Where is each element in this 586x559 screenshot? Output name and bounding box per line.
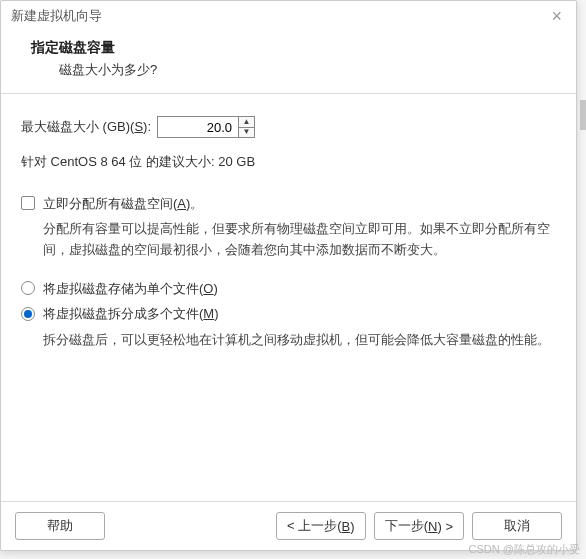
next-button[interactable]: 下一步(N) >	[374, 512, 464, 540]
background-edge	[580, 100, 586, 130]
window-title: 新建虚拟机向导	[11, 7, 102, 25]
store-single-label: 将虚拟磁盘存储为单个文件(O)	[43, 279, 218, 299]
store-split-label: 将虚拟磁盘拆分成多个文件(M)	[43, 304, 219, 324]
close-icon[interactable]: ×	[547, 7, 566, 25]
disk-size-row: 最大磁盘大小 (GB)(S): ▲ ▼	[21, 116, 556, 138]
disk-size-spinner[interactable]: ▲ ▼	[157, 116, 255, 138]
page-title: 指定磁盘容量	[31, 39, 546, 57]
recommended-size: 针对 CentOS 8 64 位 的建议大小: 20 GB	[21, 152, 556, 172]
disk-size-input[interactable]	[158, 117, 238, 137]
allocate-now-description: 分配所有容量可以提高性能，但要求所有物理磁盘空间立即可用。如果不立即分配所有空间…	[21, 219, 556, 261]
watermark-text: CSDN @陈总攻的小受	[469, 542, 580, 557]
allocate-now-checkbox[interactable]	[21, 196, 35, 210]
store-split-radio[interactable]	[21, 307, 35, 321]
store-single-option[interactable]: 将虚拟磁盘存储为单个文件(O)	[21, 279, 556, 299]
back-button[interactable]: < 上一步(B)	[276, 512, 366, 540]
titlebar: 新建虚拟机向导 ×	[1, 1, 576, 31]
wizard-header: 指定磁盘容量 磁盘大小为多少?	[1, 31, 576, 94]
allocate-now-label: 立即分配所有磁盘空间(A)。	[43, 194, 203, 214]
cancel-button[interactable]: 取消	[472, 512, 562, 540]
store-split-description: 拆分磁盘后，可以更轻松地在计算机之间移动虚拟机，但可能会降低大容量磁盘的性能。	[21, 330, 556, 351]
allocate-now-option[interactable]: 立即分配所有磁盘空间(A)。	[21, 194, 556, 214]
spinner-down-icon[interactable]: ▼	[239, 128, 254, 138]
store-block: 将虚拟磁盘存储为单个文件(O) 将虚拟磁盘拆分成多个文件(M) 拆分磁盘后，可以…	[21, 279, 556, 351]
wizard-dialog: 新建虚拟机向导 × 指定磁盘容量 磁盘大小为多少? 最大磁盘大小 (GB)(S)…	[0, 0, 577, 551]
disk-size-label: 最大磁盘大小 (GB)(S):	[21, 117, 151, 137]
allocate-block: 立即分配所有磁盘空间(A)。 分配所有容量可以提高性能，但要求所有物理磁盘空间立…	[21, 194, 556, 261]
store-single-radio[interactable]	[21, 281, 35, 295]
store-split-option[interactable]: 将虚拟磁盘拆分成多个文件(M)	[21, 304, 556, 324]
spinner-up-icon[interactable]: ▲	[239, 117, 254, 128]
spinner-buttons: ▲ ▼	[238, 117, 254, 137]
help-button[interactable]: 帮助	[15, 512, 105, 540]
wizard-content: 最大磁盘大小 (GB)(S): ▲ ▼ 针对 CentOS 8 64 位 的建议…	[1, 94, 576, 501]
page-subtitle: 磁盘大小为多少?	[31, 61, 546, 79]
